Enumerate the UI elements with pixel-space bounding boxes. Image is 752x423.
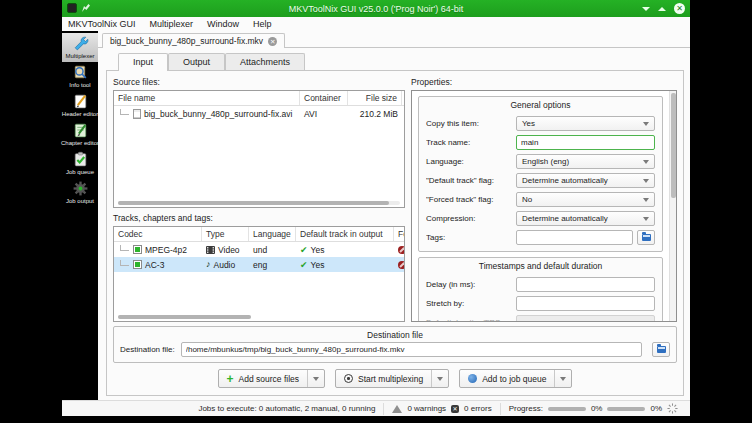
tracks-header: Codec Type Language Default track in out…: [114, 227, 404, 242]
track-row-video[interactable]: MPEG-4p2 Video und ✔ Yes: [114, 242, 404, 257]
track-row-audio[interactable]: AC-3 ♪ Audio eng ✔ Yes: [114, 257, 404, 272]
file-tab[interactable]: big_buck_bunny_480p_surround-fix.mkv ✕: [102, 33, 285, 48]
scrollbar-thumb[interactable]: [671, 93, 676, 198]
scrollbar-thumb[interactable]: [118, 201, 389, 205]
col-file-size[interactable]: File size: [348, 91, 402, 105]
minimize-icon[interactable]: [642, 7, 650, 11]
sidebar-item-multiplexer[interactable]: Multiplexer: [62, 33, 98, 62]
tab-output[interactable]: Output: [168, 53, 225, 70]
type-text: Audio: [214, 260, 236, 270]
vertical-scrollbar[interactable]: [669, 91, 676, 321]
copy-item-value: Yes: [522, 119, 535, 128]
chevron-down-icon: [643, 217, 649, 221]
file-tab-close-icon[interactable]: ✕: [268, 37, 277, 46]
tab-attachments[interactable]: Attachments: [225, 53, 305, 70]
destination-file-input[interactable]: [181, 342, 642, 357]
tags-input[interactable]: [516, 230, 633, 245]
horizontal-scrollbar[interactable]: [118, 201, 400, 205]
col-file-name[interactable]: File name: [114, 91, 300, 105]
col-language[interactable]: Language: [249, 227, 296, 241]
no-icon: [398, 246, 405, 254]
menu-multiplexer[interactable]: Multiplexer: [150, 19, 194, 29]
titlebar-icons: [67, 3, 90, 13]
cell-type: ♪ Audio: [202, 260, 249, 270]
compression-select[interactable]: Determine automatically: [516, 211, 655, 226]
start-multiplexing-label: Start multiplexing: [358, 374, 423, 384]
menu-mkvtoolnix-gui[interactable]: MKVToolNix GUI: [68, 19, 136, 29]
destination-file-group: Destination file Destination file:: [113, 326, 677, 363]
add-to-job-queue-button[interactable]: Add to job queue: [459, 369, 572, 388]
default-track-text: Yes: [311, 260, 325, 270]
window-controls: ✕: [642, 0, 685, 17]
close-icon[interactable]: ✕: [674, 3, 685, 14]
delay-input[interactable]: [516, 277, 655, 292]
stretch-by-input[interactable]: [516, 296, 655, 311]
action-buttons: +Add source files Start multiplexing Add…: [113, 363, 677, 392]
start-multiplexing-dropdown[interactable]: [431, 370, 448, 387]
compression-value: Determine automatically: [522, 214, 608, 223]
folder-icon: [657, 346, 666, 353]
stretch-by-label: Stretch by:: [426, 299, 510, 308]
chevron-down-icon: [560, 377, 566, 381]
add-source-files-dropdown[interactable]: [307, 370, 324, 387]
copy-item-select[interactable]: Yes: [516, 116, 655, 131]
col-type[interactable]: Type: [202, 227, 249, 241]
track-checkbox[interactable]: [133, 245, 142, 254]
cell-default-track: ✔ Yes: [296, 245, 394, 255]
track-name-input[interactable]: [516, 135, 655, 150]
cell-language: eng: [249, 260, 296, 270]
default-duration-select: [516, 315, 655, 321]
sidebar-item-job-queue[interactable]: Job queue: [62, 149, 98, 178]
source-files-label: Source files:: [113, 75, 405, 90]
sidebar-item-chapter-editor[interactable]: Chapter editor: [62, 120, 98, 149]
cell-codec: AC-3: [114, 260, 202, 270]
app-window: MKVToolNix GUI v25.0.0 ('Prog Noir') 64-…: [62, 0, 690, 416]
maximize-icon[interactable]: [658, 7, 666, 11]
destination-browse-button[interactable]: [652, 342, 670, 357]
sidebar-item-header-editor[interactable]: Header editor: [62, 91, 98, 120]
menu-help[interactable]: Help: [253, 19, 272, 29]
sidebar-item-job-output[interactable]: Job output: [62, 178, 98, 207]
col-codec[interactable]: Codec: [114, 227, 202, 241]
sidebar-item-info-tool[interactable]: Info tool: [62, 62, 98, 91]
sidebar-item-label: Info tool: [69, 82, 90, 88]
plus-icon: +: [227, 373, 234, 385]
language-select[interactable]: English (eng): [516, 154, 655, 169]
add-source-files-button[interactable]: +Add source files: [218, 369, 326, 388]
scrollbar-thumb[interactable]: [118, 315, 251, 319]
cell-file-size: 210.2 MiB: [348, 109, 402, 119]
group-title: Timestamps and default duration: [419, 258, 662, 273]
chevron-down-icon: [437, 377, 443, 381]
check-icon: ✔: [300, 260, 308, 270]
default-track-flag-label: "Default track" flag:: [426, 176, 510, 185]
start-multiplexing-button[interactable]: Start multiplexing: [335, 369, 449, 388]
tab-input[interactable]: Input: [118, 53, 168, 71]
default-track-flag-select[interactable]: Determine automatically: [516, 173, 655, 188]
warnings-errors-status: 0 warnings ✕ 0 errors: [383, 403, 499, 415]
tracks-label: Tracks, chapters and tags:: [113, 208, 405, 226]
titlebar[interactable]: MKVToolNix GUI v25.0.0 ('Prog Noir') 64-…: [62, 0, 690, 17]
tool-sidebar: Multiplexer Info tool Header editor Chap…: [62, 31, 98, 400]
add-to-job-queue-dropdown[interactable]: [554, 370, 571, 387]
gear-icon: [72, 180, 89, 197]
chapter-pencil-icon: [72, 122, 89, 139]
audio-note-icon: ♪: [206, 260, 211, 269]
tags-browse-button[interactable]: [637, 230, 655, 245]
col-default-track[interactable]: Default track in output: [296, 227, 394, 241]
chevron-down-icon: [643, 198, 649, 202]
col-directory[interactable]: Directory: [402, 91, 405, 105]
progress-bar: [607, 407, 645, 411]
col-forced-track[interactable]: Forced track: [394, 227, 405, 241]
menu-window[interactable]: Window: [207, 19, 239, 29]
col-container[interactable]: Container: [300, 91, 348, 105]
track-checkbox[interactable]: [133, 260, 142, 269]
forced-track-flag-select[interactable]: No: [516, 192, 655, 207]
wrench-icon: [72, 35, 89, 52]
clipboard-check-icon: [72, 151, 89, 168]
input-tabs: Input Output Attachments: [106, 53, 684, 70]
type-text: Video: [218, 245, 240, 255]
default-track-flag-value: Determine automatically: [522, 176, 608, 185]
progress-bar: [548, 407, 586, 411]
table-row[interactable]: big_buck_bunny_480p_surround-fix.avi AVI…: [114, 106, 404, 121]
horizontal-scrollbar[interactable]: [118, 315, 251, 319]
